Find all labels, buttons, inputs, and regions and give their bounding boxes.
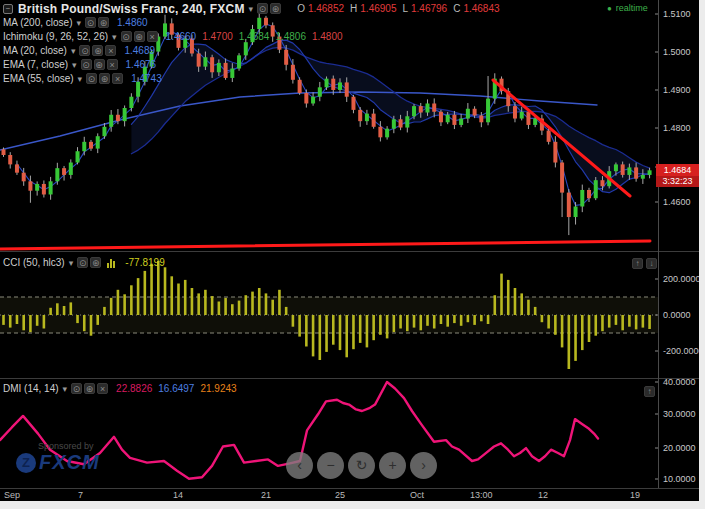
eye-icon[interactable]: ⊙: [79, 45, 90, 56]
close-icon[interactable]: ×: [97, 383, 108, 394]
eye-icon[interactable]: ⊙: [85, 17, 96, 28]
price-tick-label: 1.4900: [663, 85, 691, 95]
symbol-header-row: − British Pound/Swiss Franc, 240, FXCM ▾…: [3, 2, 500, 15]
candle-body: [311, 97, 315, 104]
ohlc-l-value: 1.46796: [411, 3, 447, 14]
chart-nav-buttons: ‹−↻+›: [286, 452, 441, 479]
page-background: 1.51001.50001.49001.48001.47001.4600200.…: [0, 0, 705, 509]
candle-body: [412, 106, 416, 116]
candle-body: [600, 180, 604, 186]
indicator-value: 1.4860: [117, 17, 148, 28]
gear-icon[interactable]: ⊛: [94, 59, 105, 70]
close-icon[interactable]: ×: [105, 45, 116, 56]
candle-body: [486, 99, 490, 123]
cci-value: -77.8199: [125, 257, 164, 268]
pane-down-icon[interactable]: ↓: [646, 258, 657, 269]
indicator-label[interactable]: MA (20, close): [3, 45, 67, 56]
candle-body: [594, 180, 598, 198]
bar-countdown: 3:32:23: [656, 176, 699, 187]
candle-body: [567, 193, 571, 217]
symbol-title[interactable]: British Pound/Swiss Franc, 240, FXCM: [18, 2, 245, 16]
close-icon[interactable]: ×: [107, 59, 118, 70]
histogram-style-icon: [107, 258, 116, 268]
candle-body: [641, 175, 645, 179]
indicator-value: 1.4743: [131, 73, 162, 84]
ohlc-h-value: 1.46905: [360, 3, 396, 14]
indicator-dropdown-icon[interactable]: ▾: [78, 74, 83, 84]
cci-header: CCI (50, hlc3) ▾ ⊙ ⊛ -77.8199: [3, 256, 165, 270]
candle-body: [42, 184, 46, 195]
nav-zoom-in-button[interactable]: +: [379, 452, 406, 479]
candle-body: [405, 116, 409, 127]
eye-icon[interactable]: ⊙: [77, 257, 88, 268]
indicator-dropdown-icon[interactable]: ▾: [72, 60, 77, 70]
symbol-dropdown-icon[interactable]: ▾: [249, 4, 254, 14]
candle-body: [547, 131, 551, 142]
candle-body: [392, 119, 396, 128]
indicator-label[interactable]: Ichimoku (9, 26, 52, 26): [3, 31, 108, 42]
gear-icon[interactable]: ⊛: [98, 17, 109, 28]
gear-icon[interactable]: ⊛: [270, 3, 281, 14]
dmi-label[interactable]: DMI (14, 14): [3, 383, 59, 394]
time-tick-label: Oct: [410, 490, 424, 500]
realtime-dot-icon: ●: [607, 4, 612, 13]
candle-body: [22, 173, 26, 182]
gear-icon[interactable]: ⊛: [92, 45, 103, 56]
ohlc-values: O1.46852H1.46905L1.46796C1.46843: [291, 3, 499, 14]
cci-dropdown-icon[interactable]: ▾: [69, 258, 74, 268]
gear-icon[interactable]: ⊛: [90, 257, 101, 268]
eye-icon[interactable]: ⊙: [81, 59, 92, 70]
collapse-panel-icon[interactable]: −: [3, 4, 13, 14]
price-tick-label: 1.5100: [663, 9, 691, 19]
close-icon[interactable]: ×: [112, 73, 123, 84]
cci-label[interactable]: CCI (50, hlc3): [3, 257, 65, 268]
sponsor-watermark: Sponsored by Z FXCM: [16, 441, 100, 474]
indicator-value: 1.4660: [166, 31, 197, 42]
eye-icon[interactable]: ⊙: [121, 31, 132, 42]
candle-body: [378, 127, 382, 138]
eye-icon[interactable]: ⊙: [257, 3, 268, 14]
indicator-label[interactable]: MA (200, close): [3, 17, 72, 28]
candle-body: [358, 110, 362, 121]
indicator-dropdown-icon[interactable]: ▾: [112, 32, 117, 42]
indicator-dropdown-icon[interactable]: ▾: [71, 46, 76, 56]
time-tick-label: 21: [261, 490, 271, 500]
sponsored-by-label: Sponsored by: [38, 441, 100, 451]
indicator-value: 1.4806: [275, 31, 306, 42]
candle-body: [15, 164, 19, 172]
price-tick-label: 1.4600: [663, 197, 691, 207]
nav-scroll-right-button[interactable]: ›: [410, 452, 437, 479]
ohlc-o-label: O: [297, 3, 305, 14]
eye-icon[interactable]: ⊙: [86, 73, 97, 84]
gear-icon[interactable]: ⊛: [99, 73, 110, 84]
close-icon[interactable]: ×: [147, 31, 158, 42]
indicator-dropdown-icon[interactable]: ▾: [76, 18, 81, 28]
candle-body: [399, 119, 403, 127]
indicator-value: 1.4676: [126, 59, 157, 70]
gear-icon[interactable]: ⊛: [134, 31, 145, 42]
candle-body: [82, 142, 86, 151]
gear-icon[interactable]: ⊛: [84, 383, 95, 394]
dmi-tick-label: 40.0000: [663, 377, 696, 387]
time-tick-label: 14: [173, 490, 183, 500]
indicator-label[interactable]: EMA (7, close): [3, 59, 68, 70]
candle-body: [76, 151, 80, 162]
dmi-tick-label: 30.0000: [663, 409, 696, 419]
candle-body: [526, 112, 530, 125]
candle-body: [627, 167, 631, 175]
pane-up-icon[interactable]: ↑: [632, 258, 643, 269]
nav-reset-view-button[interactable]: ↻: [348, 452, 375, 479]
nav-scroll-left-button[interactable]: ‹: [286, 452, 313, 479]
candle-body: [351, 97, 355, 110]
indicator-value: 1.4800: [312, 31, 343, 42]
dmi-dropdown-icon[interactable]: ▾: [63, 384, 68, 394]
nav-zoom-out-button[interactable]: −: [317, 452, 344, 479]
pane-up-icon[interactable]: ↑: [644, 386, 655, 397]
candle-body: [473, 109, 477, 116]
price-tick-label: 1.5000: [663, 47, 691, 57]
candle-body: [419, 106, 423, 112]
eye-icon[interactable]: ⊙: [71, 383, 82, 394]
time-axis[interactable]: Sep7142125Oct13:001219: [0, 488, 699, 501]
candle-body: [365, 114, 369, 122]
indicator-label[interactable]: EMA (55, close): [3, 73, 74, 84]
